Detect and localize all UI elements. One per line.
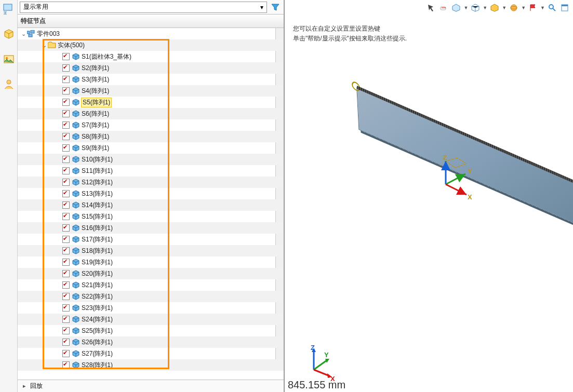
user-icon[interactable] <box>3 78 15 90</box>
tree-item-label: S25(阵列1) <box>82 327 113 335</box>
tool-flag-icon[interactable] <box>528 3 538 13</box>
tree-item[interactable]: S13(阵列1) <box>18 188 284 199</box>
tree-item[interactable]: S10(阵列1) <box>18 154 284 165</box>
tree-item[interactable]: S5(阵列1) <box>18 97 284 108</box>
feature-tree-panel: 显示常用 ▾ 特征节点 ⌄ 零件003 ⌄ <box>18 0 285 392</box>
dropdown-caret-icon[interactable]: ▼ <box>463 5 468 10</box>
checkbox[interactable] <box>62 156 70 163</box>
checkbox[interactable] <box>62 110 70 117</box>
expand-toggle-icon[interactable]: ⌄ <box>41 42 48 49</box>
tool-wire-icon[interactable] <box>470 3 481 13</box>
svg-rect-36 <box>441 7 446 10</box>
tool-window-icon[interactable] <box>559 3 570 13</box>
tree-folder-node[interactable]: ⌄ 实体(500) <box>18 39 284 51</box>
tree-item[interactable]: S4(阵列1) <box>18 85 284 97</box>
expand-toggle-icon[interactable]: ▸ <box>21 383 28 389</box>
checkbox[interactable] <box>62 339 70 346</box>
tree-item[interactable]: S24(阵列1) <box>18 314 284 325</box>
checkbox[interactable] <box>62 190 70 197</box>
tree-item[interactable]: S8(阵列1) <box>18 131 284 142</box>
checkbox[interactable] <box>62 53 70 60</box>
tree-item[interactable]: S28(阵列1) <box>18 359 284 371</box>
tree-item[interactable]: S2(阵列1) <box>18 62 284 74</box>
checkbox[interactable] <box>62 327 70 334</box>
tree-item[interactable]: S6(阵列1) <box>18 108 284 119</box>
cube-icon[interactable] <box>3 28 15 40</box>
tree-item[interactable]: S15(阵列1) <box>18 211 284 222</box>
checkbox[interactable] <box>62 281 70 289</box>
svg-rect-7 <box>29 34 32 37</box>
filter-button[interactable] <box>269 2 282 13</box>
solid-body-icon <box>72 213 80 220</box>
tool-sphere-icon[interactable] <box>509 3 519 13</box>
checkbox[interactable] <box>62 247 70 254</box>
tool-cube1-icon[interactable] <box>451 3 461 13</box>
checkbox[interactable] <box>62 167 70 174</box>
tree-item[interactable]: S23(阵列1) <box>18 302 284 314</box>
checkbox[interactable] <box>62 76 70 83</box>
viewport-3d[interactable]: ▼ ▼ ▼ ▼ ▼ 您可以在自定义设置里设置热键 单击"帮助/显示提示"按钮来取… <box>285 0 573 392</box>
dropdown-caret-icon[interactable]: ▼ <box>521 5 526 10</box>
checkbox[interactable] <box>62 201 70 209</box>
tree-item[interactable]: S27(阵列1) <box>18 348 284 359</box>
tool-erase-icon[interactable] <box>438 3 449 13</box>
checkbox[interactable] <box>62 259 70 266</box>
tree-item[interactable]: S12(阵列1) <box>18 177 284 188</box>
checkbox[interactable] <box>62 224 70 232</box>
dropdown-caret-icon[interactable]: ▼ <box>502 5 507 10</box>
solid-body-icon <box>72 259 80 266</box>
expand-toggle-icon[interactable]: ⌄ <box>20 31 27 37</box>
tool-select-icon[interactable] <box>426 3 436 13</box>
checkbox[interactable] <box>62 133 70 140</box>
dropdown-caret-icon[interactable]: ▼ <box>483 5 487 10</box>
triad-corner[interactable]: Z Y X <box>303 345 340 383</box>
checkbox[interactable] <box>62 179 70 186</box>
checkbox[interactable] <box>62 293 70 300</box>
tree-item[interactable]: S21(阵列1) <box>18 279 284 291</box>
tree-item[interactable]: S17(阵列1) <box>18 234 284 245</box>
checkbox[interactable] <box>62 87 70 94</box>
display-mode-dropdown[interactable]: 显示常用 ▾ <box>20 2 267 13</box>
dropdown-caret-icon[interactable]: ▼ <box>540 5 545 10</box>
svg-rect-6 <box>31 30 34 33</box>
checkbox[interactable] <box>62 144 70 152</box>
tree-item[interactable]: S14(阵列1) <box>18 199 284 211</box>
tree-item[interactable]: S20(阵列1) <box>18 268 284 279</box>
tree-item-label: S10(阵列1) <box>82 155 113 164</box>
checkbox[interactable] <box>62 361 70 369</box>
tree-item[interactable]: S16(阵列1) <box>18 222 284 234</box>
image-icon[interactable] <box>3 53 15 65</box>
checkbox[interactable] <box>62 64 70 72</box>
checkbox[interactable] <box>62 304 70 312</box>
checkbox[interactable] <box>62 213 70 220</box>
tree-item[interactable]: S18(阵列1) <box>18 245 284 256</box>
feature-tree[interactable]: ⌄ 零件003 ⌄ 实体(500) S1(圆柱体3_基体)S2(阵列1)S3(阵… <box>18 28 284 380</box>
checkbox[interactable] <box>62 350 70 357</box>
tree-item[interactable]: S26(阵列1) <box>18 336 284 348</box>
triad-main[interactable]: Z Y X <box>430 156 477 204</box>
tree-item[interactable]: S25(阵列1) <box>18 325 284 336</box>
tool-shaded-icon[interactable] <box>489 3 500 13</box>
checkbox[interactable] <box>62 236 70 243</box>
tree-item[interactable]: S3(阵列1) <box>18 74 284 85</box>
tree-item[interactable]: S19(阵列1) <box>18 256 284 268</box>
tree-item[interactable]: S9(阵列1) <box>18 142 284 154</box>
tip-line-2: 单击"帮助/显示提示"按钮来取消这些提示. <box>293 34 407 44</box>
tree-item[interactable]: S7(阵列1) <box>18 119 284 131</box>
tree-item[interactable]: S22(阵列1) <box>18 291 284 302</box>
svg-point-4 <box>7 80 11 84</box>
checkbox[interactable] <box>62 316 70 323</box>
tool-zoom-icon[interactable] <box>547 3 557 13</box>
tree-item[interactable]: S1(圆柱体3_基体) <box>18 51 284 62</box>
tree-view-icon[interactable] <box>3 3 15 16</box>
tree-root-label: 零件003 <box>37 30 60 38</box>
tree-item[interactable]: S11(阵列1) <box>18 165 284 177</box>
checkbox[interactable] <box>62 99 70 106</box>
checkbox[interactable] <box>62 270 70 277</box>
solid-body-icon <box>72 121 80 129</box>
tree-footer[interactable]: ▸ 回放 <box>18 380 284 392</box>
svg-line-51 <box>314 360 327 370</box>
panel-title: 特征节点 <box>18 15 284 28</box>
checkbox[interactable] <box>62 121 70 129</box>
tree-root-node[interactable]: ⌄ 零件003 <box>18 28 284 39</box>
